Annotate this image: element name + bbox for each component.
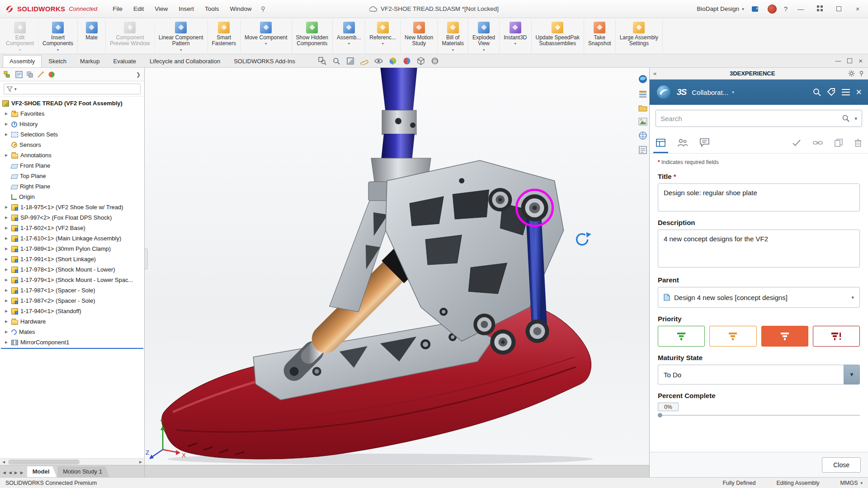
doc-restore-icon[interactable]	[847, 58, 852, 63]
tree-item[interactable]: ▶ 1-17-979<1> (Shock Mount - Lower Spac.…	[0, 275, 144, 285]
expand-arrow-icon[interactable]: ▶	[4, 205, 9, 209]
gear-icon[interactable]	[848, 70, 855, 77]
expand-arrow-icon[interactable]: ▶	[4, 112, 9, 116]
pin-panel-icon[interactable]	[859, 70, 864, 77]
scroll-left-button[interactable]: ◀	[0, 460, 7, 464]
menu-item[interactable]: Window	[230, 5, 252, 12]
zoom-fit-icon[interactable]	[332, 57, 340, 65]
tree-item[interactable]: ▶ 1-17-989<1> (30mm Pylon Clamp)	[0, 244, 144, 254]
ribbon-button[interactable]: Component Preview Window ▾	[106, 19, 155, 53]
expand-arrow-icon[interactable]: ▶	[4, 122, 9, 126]
maturity-dropdown-button[interactable]: ▼	[844, 365, 860, 385]
tree-item[interactable]: ▶ MirrorComponent1	[0, 337, 144, 347]
tree-item[interactable]: ▶ Top Plane	[0, 171, 144, 181]
ribbon-button[interactable]: Smart Fasteners ▾	[208, 19, 241, 53]
menu-item[interactable]: Edit	[133, 5, 144, 12]
expand-arrow-icon[interactable]: ▶	[4, 236, 9, 240]
tab-link[interactable]	[813, 132, 823, 153]
tab-approve[interactable]	[792, 132, 801, 153]
ribbon-button[interactable]: Large Assembly Settings ▾	[616, 19, 663, 53]
ribbon-button[interactable]: Linear Component Pattern ▾	[155, 19, 208, 53]
prev-tab-button[interactable]: ◀	[9, 470, 12, 475]
commandmanager-tab[interactable]: Lifecycle and Collaboration	[143, 55, 227, 67]
ribbon-button[interactable]: Mate ▾	[78, 19, 106, 53]
search-options-chevron[interactable]: ▾	[854, 116, 857, 122]
tree-horizontal-scrollbar[interactable]: ◀ ▶	[0, 458, 144, 465]
panel-close-icon[interactable]: ×	[856, 87, 862, 97]
experience-sphere-icon[interactable]	[638, 74, 648, 84]
view-palette-icon[interactable]	[638, 117, 647, 126]
expand-arrow-icon[interactable]: ▶	[4, 288, 9, 292]
tree-item[interactable]: ▶ Favorites	[0, 108, 144, 119]
feature-tree-tab-icon[interactable]	[4, 71, 12, 78]
user-avatar[interactable]	[768, 5, 777, 14]
custom-properties-icon[interactable]	[638, 145, 647, 155]
ribbon-button[interactable]: Update SpeedPak Subassemblies ▾	[532, 19, 584, 53]
minimize-button[interactable]: —	[795, 5, 807, 13]
hide-show-items-icon[interactable]	[374, 58, 383, 64]
ribbon-button[interactable]: Bill of Materials ▾	[438, 19, 468, 53]
tree-item[interactable]: ▶ 1-17-610<1> (Main Linkage Assembly)	[0, 233, 144, 244]
close-window-button[interactable]: ×	[852, 5, 863, 13]
tree-item[interactable]: ▶ Selection Sets	[0, 129, 144, 140]
search-magnifier-icon[interactable]	[842, 114, 850, 122]
section-view-icon[interactable]	[346, 57, 354, 65]
panel-search-icon[interactable]	[812, 88, 821, 97]
commandmanager-tab[interactable]: Evaluate	[106, 55, 143, 67]
expand-arrow-icon[interactable]: ▶	[4, 267, 9, 272]
scroll-thumb[interactable]	[8, 460, 80, 465]
expand-arrow-icon[interactable]: ▶	[4, 330, 9, 334]
tab-details[interactable]	[656, 132, 665, 153]
display-manager-tab-icon[interactable]	[48, 71, 55, 78]
expand-arrow-icon[interactable]: ▶	[4, 278, 9, 282]
ribbon-button[interactable]: Edit Component ▾	[2, 19, 38, 53]
appearances-icon[interactable]	[403, 57, 411, 65]
ribbon-button[interactable]: Take Snapshot ▾	[584, 19, 616, 53]
collapse-panel-button[interactable]: «	[653, 70, 656, 77]
scroll-track[interactable]	[7, 459, 137, 465]
next-tab-button[interactable]: ▶	[14, 470, 18, 475]
title-field[interactable]: Design sole: regular shoe plate	[658, 183, 860, 211]
tree-item[interactable]: ▶ 1-18-975<1> (VF2 Shoe Sole w/ Tread)	[0, 202, 144, 212]
expand-arrow-icon[interactable]: ▶	[4, 257, 9, 261]
dimxpert-tab-icon[interactable]	[37, 71, 44, 78]
expand-arrow-icon[interactable]: ▶	[4, 226, 9, 230]
menu-item[interactable]: View	[155, 5, 168, 12]
display-style-icon[interactable]	[417, 57, 425, 65]
tree-item[interactable]: ▶ Front Plane	[0, 160, 144, 171]
expand-arrow-icon[interactable]: ▶	[4, 309, 9, 313]
priority-high-button-selected[interactable]	[761, 326, 808, 347]
tree-item[interactable]: ▶ 1-17-991<1> (Short Linkage)	[0, 254, 144, 264]
panel-splitter-grip[interactable]	[145, 249, 148, 269]
tab-comments[interactable]	[700, 132, 709, 153]
percent-slider[interactable]	[658, 415, 860, 416]
model-tab[interactable]: Model	[27, 466, 57, 477]
property-manager-tab-icon[interactable]	[15, 71, 23, 78]
commandmanager-tab[interactable]: Sketch	[42, 55, 73, 67]
tab-duplicate[interactable]	[835, 132, 843, 153]
pin-icon[interactable]	[260, 6, 266, 12]
workspace-selector[interactable]: BioDapt Design ▾	[697, 5, 744, 12]
graphics-viewport[interactable]: Y Z X	[145, 68, 649, 465]
tree-item[interactable]: ▶ Origin	[0, 192, 144, 202]
ribbon-button[interactable]: Show Hidden Components ▾	[292, 19, 333, 53]
expand-arrow-icon[interactable]: ▶	[4, 247, 9, 251]
panel-expand-chevron[interactable]: ❯	[136, 71, 141, 78]
help-button[interactable]: ?	[784, 5, 788, 13]
menu-item[interactable]: Insert	[179, 5, 194, 12]
scroll-right-button[interactable]: ▶	[137, 460, 144, 464]
close-panel-button[interactable]: Close	[822, 457, 861, 473]
appearances-scenes-icon[interactable]	[638, 131, 647, 140]
expand-arrow-icon[interactable]: ▶	[4, 132, 9, 136]
tree-item[interactable]: ▶ 1-17-987<2> (Spacer - Sole)	[0, 296, 144, 306]
view-settings-icon[interactable]	[431, 57, 439, 65]
search-box[interactable]: ▾	[656, 110, 862, 127]
tree-item[interactable]: ▶ 1-17-602<1> (VF2 Base)	[0, 223, 144, 233]
description-field[interactable]: 4 new concept designs for the VF2	[658, 230, 860, 267]
apps-grid-button[interactable]	[814, 5, 826, 13]
ribbon-button[interactable]: Move Component ▾	[241, 19, 292, 53]
expand-arrow-icon[interactable]: ▶	[4, 340, 9, 344]
menu-item[interactable]: File	[113, 5, 123, 12]
app-switcher[interactable]: Collaborat... ▾	[692, 89, 734, 96]
restore-button[interactable]	[833, 5, 844, 13]
